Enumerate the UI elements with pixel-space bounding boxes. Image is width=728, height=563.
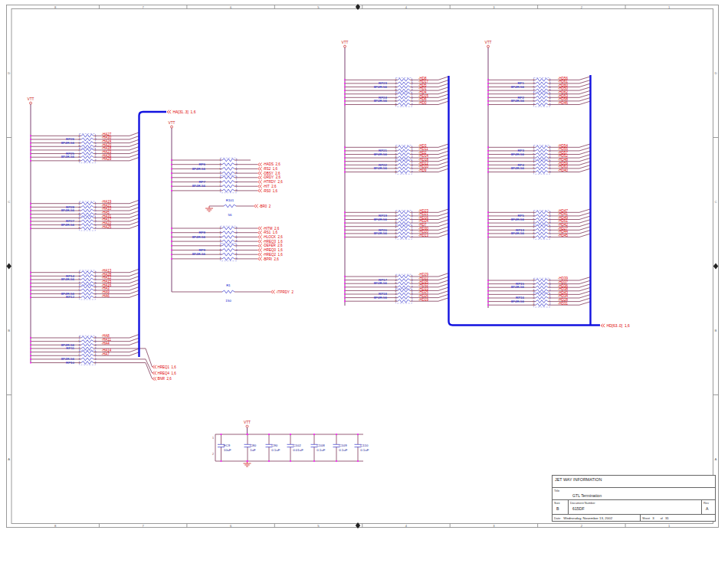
junction-dot <box>344 237 346 238</box>
junction-dot <box>268 434 270 435</box>
border-grid-label: B <box>715 329 717 332</box>
bus-entry <box>438 151 448 154</box>
resistor-element <box>398 160 410 163</box>
resistor-element <box>398 146 410 149</box>
resistor-element <box>222 231 234 234</box>
junction-dot <box>487 286 489 288</box>
part-value: 150 <box>225 299 231 303</box>
part-value: 8P4R-56 <box>61 208 75 212</box>
sheet-number: 3 <box>652 516 654 520</box>
bus-entry <box>579 165 590 169</box>
size-cell: Size B <box>553 500 569 514</box>
resistor-element <box>398 86 410 89</box>
vtt-power-label: VTT <box>341 41 348 44</box>
offpage-connector-icon <box>271 290 275 293</box>
capacitor-value: 1uF <box>250 448 256 452</box>
bus-entry <box>579 295 590 298</box>
part-value: 8P4R-56 <box>511 85 525 89</box>
offpage-connector-icon <box>258 167 262 170</box>
junction-dot <box>30 135 31 136</box>
offpage-connector-icon <box>258 244 262 247</box>
resistor-element <box>536 221 548 224</box>
resistor-element <box>81 347 93 350</box>
junction-dot <box>344 222 346 224</box>
bus-entry <box>438 98 448 101</box>
junction-dot <box>30 206 31 208</box>
bus-entry <box>130 335 139 338</box>
resistor-element <box>222 244 234 247</box>
vtt-power-pin <box>344 45 346 47</box>
resistor-element <box>81 216 93 219</box>
bus-entry <box>438 298 448 301</box>
junction-dot <box>487 301 489 303</box>
resistor-element <box>398 232 410 235</box>
company-name: JET WAY INFORMATION <box>553 476 715 488</box>
border-alignment-mark <box>713 263 718 270</box>
bus-entry <box>579 94 590 97</box>
bus-entry <box>130 287 139 290</box>
bus-entry <box>438 148 448 151</box>
resistor-element <box>81 213 93 216</box>
junction-dot <box>30 279 31 280</box>
junction-dot <box>344 229 346 231</box>
junction-dot <box>344 226 346 227</box>
bus-entry <box>130 349 139 352</box>
junction-dot <box>171 245 172 247</box>
border-grid-label: 8 <box>54 5 57 9</box>
part-value: 56 <box>228 213 232 217</box>
resistor-element <box>536 89 548 92</box>
junction-dot <box>344 79 346 80</box>
resistor-element <box>81 138 93 141</box>
junction-dot <box>290 460 291 462</box>
bus-entry <box>130 147 139 150</box>
junction-dot <box>171 254 172 255</box>
resistor-element <box>536 218 548 221</box>
net-label: -HD9 <box>418 169 427 172</box>
resistor-element <box>81 340 93 343</box>
part-value: 8P4R-56 <box>511 166 525 170</box>
bus-entry <box>579 209 590 212</box>
bus-entry <box>130 352 139 355</box>
junction-dot <box>171 190 172 191</box>
junction-dot <box>344 157 346 159</box>
resistor-element <box>81 209 93 212</box>
resistor-element <box>398 282 410 285</box>
reference-designator: RP10 <box>66 361 75 365</box>
resistor-element <box>536 236 548 239</box>
junction-dot <box>344 211 346 213</box>
capacitor-value: 0.1uF <box>316 448 326 452</box>
junction-dot <box>487 215 489 217</box>
bus-entry <box>579 277 590 280</box>
junction-dot <box>344 276 346 277</box>
junction-dot <box>221 460 222 462</box>
junction-dot <box>30 352 31 353</box>
resistor-element <box>222 236 234 239</box>
offpage-connector-icon <box>258 231 262 234</box>
net-label: -DRDY 2,6 <box>263 175 281 179</box>
junction-dot <box>344 233 346 234</box>
net-label: -HREQ3 1,6 <box>263 240 283 244</box>
resistor-element <box>398 149 410 152</box>
junction-dot <box>30 286 31 287</box>
resistor-element <box>398 290 410 293</box>
junction-dot <box>344 100 346 102</box>
junction-dot <box>487 280 489 281</box>
vtt-power-label: VTT <box>27 97 34 101</box>
junction-dot <box>344 146 346 148</box>
bus-entry <box>438 213 448 216</box>
resistor-element <box>398 228 410 231</box>
offpage-connector-icon <box>258 172 262 175</box>
resistor-element <box>222 176 234 179</box>
bus-entry <box>438 223 448 226</box>
resistor-element <box>398 296 410 300</box>
border-grid-label: 2 <box>581 5 583 9</box>
border-grid-label: C <box>714 200 717 204</box>
resistor-element <box>536 153 548 156</box>
junction-dot <box>30 149 31 151</box>
bus-entry <box>438 165 448 169</box>
resistor-element <box>398 225 410 228</box>
junction-dot <box>344 172 346 173</box>
border-grid-label: 7 <box>142 5 144 9</box>
junction-dot <box>344 104 346 106</box>
date-value: Wednesday, November 13, 2002 <box>563 516 612 520</box>
